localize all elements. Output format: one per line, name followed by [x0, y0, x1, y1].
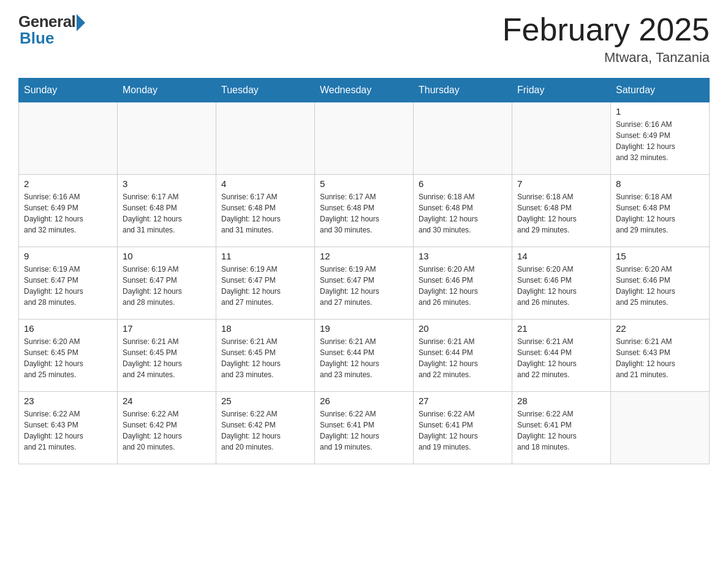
calendar-cell: 28Sunrise: 6:22 AM Sunset: 6:41 PM Dayli…	[512, 392, 611, 464]
day-number: 6	[419, 178, 507, 189]
day-number: 13	[419, 251, 507, 261]
day-number: 23	[24, 396, 112, 406]
day-info: Sunrise: 6:20 AM Sunset: 6:46 PM Dayligh…	[616, 264, 704, 308]
day-info: Sunrise: 6:21 AM Sunset: 6:44 PM Dayligh…	[517, 336, 605, 380]
day-info: Sunrise: 6:22 AM Sunset: 6:42 PM Dayligh…	[123, 408, 211, 453]
day-number: 5	[320, 178, 408, 189]
day-number: 26	[320, 396, 408, 406]
weekday-header-saturday: Saturday	[611, 79, 710, 102]
logo-arrow-icon	[77, 14, 85, 31]
day-info: Sunrise: 6:17 AM Sunset: 6:48 PM Dayligh…	[320, 191, 408, 236]
day-info: Sunrise: 6:22 AM Sunset: 6:43 PM Dayligh…	[24, 408, 112, 453]
calendar-header-row: SundayMondayTuesdayWednesdayThursdayFrid…	[19, 79, 710, 102]
day-info: Sunrise: 6:18 AM Sunset: 6:48 PM Dayligh…	[419, 191, 507, 236]
weekday-header-thursday: Thursday	[414, 79, 512, 102]
title-section: February 2025 Mtwara, Tanzania	[502, 12, 710, 66]
day-number: 2	[24, 178, 112, 189]
calendar-cell: 27Sunrise: 6:22 AM Sunset: 6:41 PM Dayli…	[414, 392, 512, 464]
calendar-week-row: 23Sunrise: 6:22 AM Sunset: 6:43 PM Dayli…	[19, 392, 710, 464]
day-number: 18	[221, 323, 309, 334]
calendar-cell: 24Sunrise: 6:22 AM Sunset: 6:42 PM Dayli…	[118, 392, 216, 464]
weekday-header-tuesday: Tuesday	[216, 79, 315, 102]
calendar-cell: 19Sunrise: 6:21 AM Sunset: 6:44 PM Dayli…	[315, 320, 414, 392]
calendar-week-row: 9Sunrise: 6:19 AM Sunset: 6:47 PM Daylig…	[19, 247, 710, 320]
day-info: Sunrise: 6:22 AM Sunset: 6:41 PM Dayligh…	[320, 408, 408, 453]
day-number: 12	[320, 251, 408, 261]
calendar-week-row: 1Sunrise: 6:16 AM Sunset: 6:49 PM Daylig…	[19, 102, 710, 175]
day-number: 4	[221, 178, 309, 189]
logo: General Blue	[18, 12, 85, 48]
day-number: 19	[320, 323, 408, 334]
weekday-header-monday: Monday	[118, 79, 216, 102]
calendar-table: SundayMondayTuesdayWednesdayThursdayFrid…	[18, 78, 710, 464]
day-number: 28	[517, 396, 605, 406]
calendar-cell	[315, 102, 414, 175]
calendar-cell: 16Sunrise: 6:20 AM Sunset: 6:45 PM Dayli…	[19, 320, 118, 392]
day-info: Sunrise: 6:21 AM Sunset: 6:45 PM Dayligh…	[221, 336, 309, 380]
page-header: General Blue February 2025 Mtwara, Tanza…	[18, 12, 710, 66]
day-number: 10	[123, 251, 211, 261]
day-number: 20	[419, 323, 507, 334]
day-info: Sunrise: 6:20 AM Sunset: 6:46 PM Dayligh…	[517, 264, 605, 308]
calendar-cell: 4Sunrise: 6:17 AM Sunset: 6:48 PM Daylig…	[216, 175, 315, 247]
calendar-cell: 3Sunrise: 6:17 AM Sunset: 6:48 PM Daylig…	[118, 175, 216, 247]
calendar-cell: 6Sunrise: 6:18 AM Sunset: 6:48 PM Daylig…	[414, 175, 512, 247]
day-number: 15	[616, 251, 704, 261]
calendar-cell	[414, 102, 512, 175]
calendar-cell: 14Sunrise: 6:20 AM Sunset: 6:46 PM Dayli…	[512, 247, 611, 320]
day-number: 27	[419, 396, 507, 406]
day-number: 11	[221, 251, 309, 261]
day-number: 8	[616, 178, 704, 189]
calendar-cell	[19, 102, 118, 175]
day-number: 22	[616, 323, 704, 334]
calendar-cell: 20Sunrise: 6:21 AM Sunset: 6:44 PM Dayli…	[414, 320, 512, 392]
day-number: 1	[616, 106, 704, 117]
day-info: Sunrise: 6:20 AM Sunset: 6:46 PM Dayligh…	[419, 264, 507, 308]
calendar-cell: 2Sunrise: 6:16 AM Sunset: 6:49 PM Daylig…	[19, 175, 118, 247]
calendar-week-row: 16Sunrise: 6:20 AM Sunset: 6:45 PM Dayli…	[19, 320, 710, 392]
calendar-cell: 15Sunrise: 6:20 AM Sunset: 6:46 PM Dayli…	[611, 247, 710, 320]
day-number: 7	[517, 178, 605, 189]
calendar-cell: 1Sunrise: 6:16 AM Sunset: 6:49 PM Daylig…	[611, 102, 710, 175]
day-number: 3	[123, 178, 211, 189]
calendar-cell: 5Sunrise: 6:17 AM Sunset: 6:48 PM Daylig…	[315, 175, 414, 247]
day-info: Sunrise: 6:21 AM Sunset: 6:43 PM Dayligh…	[616, 336, 704, 380]
month-title: February 2025	[502, 12, 710, 47]
calendar-cell	[118, 102, 216, 175]
day-number: 9	[24, 251, 112, 261]
day-number: 16	[24, 323, 112, 334]
calendar-cell	[611, 392, 710, 464]
calendar-cell: 18Sunrise: 6:21 AM Sunset: 6:45 PM Dayli…	[216, 320, 315, 392]
day-number: 24	[123, 396, 211, 406]
day-info: Sunrise: 6:17 AM Sunset: 6:48 PM Dayligh…	[221, 191, 309, 236]
calendar-cell: 11Sunrise: 6:19 AM Sunset: 6:47 PM Dayli…	[216, 247, 315, 320]
calendar-cell: 23Sunrise: 6:22 AM Sunset: 6:43 PM Dayli…	[19, 392, 118, 464]
calendar-cell: 10Sunrise: 6:19 AM Sunset: 6:47 PM Dayli…	[118, 247, 216, 320]
day-number: 17	[123, 323, 211, 334]
calendar-cell	[512, 102, 611, 175]
day-info: Sunrise: 6:22 AM Sunset: 6:42 PM Dayligh…	[221, 408, 309, 453]
calendar-cell: 7Sunrise: 6:18 AM Sunset: 6:48 PM Daylig…	[512, 175, 611, 247]
day-info: Sunrise: 6:20 AM Sunset: 6:45 PM Dayligh…	[24, 336, 112, 380]
weekday-header-friday: Friday	[512, 79, 611, 102]
calendar-week-row: 2Sunrise: 6:16 AM Sunset: 6:49 PM Daylig…	[19, 175, 710, 247]
day-number: 14	[517, 251, 605, 261]
weekday-header-sunday: Sunday	[19, 79, 118, 102]
calendar-cell: 17Sunrise: 6:21 AM Sunset: 6:45 PM Dayli…	[118, 320, 216, 392]
day-info: Sunrise: 6:16 AM Sunset: 6:49 PM Dayligh…	[616, 119, 704, 163]
calendar-cell: 25Sunrise: 6:22 AM Sunset: 6:42 PM Dayli…	[216, 392, 315, 464]
day-info: Sunrise: 6:16 AM Sunset: 6:49 PM Dayligh…	[24, 191, 112, 236]
calendar-cell	[216, 102, 315, 175]
calendar-cell: 21Sunrise: 6:21 AM Sunset: 6:44 PM Dayli…	[512, 320, 611, 392]
day-number: 25	[221, 396, 309, 406]
day-info: Sunrise: 6:21 AM Sunset: 6:44 PM Dayligh…	[320, 336, 408, 380]
location-text: Mtwara, Tanzania	[502, 50, 710, 66]
day-info: Sunrise: 6:22 AM Sunset: 6:41 PM Dayligh…	[517, 408, 605, 453]
day-info: Sunrise: 6:21 AM Sunset: 6:45 PM Dayligh…	[123, 336, 211, 380]
day-info: Sunrise: 6:17 AM Sunset: 6:48 PM Dayligh…	[123, 191, 211, 236]
day-info: Sunrise: 6:19 AM Sunset: 6:47 PM Dayligh…	[24, 264, 112, 308]
day-info: Sunrise: 6:19 AM Sunset: 6:47 PM Dayligh…	[221, 264, 309, 308]
calendar-cell: 9Sunrise: 6:19 AM Sunset: 6:47 PM Daylig…	[19, 247, 118, 320]
calendar-cell: 22Sunrise: 6:21 AM Sunset: 6:43 PM Dayli…	[611, 320, 710, 392]
day-info: Sunrise: 6:18 AM Sunset: 6:48 PM Dayligh…	[616, 191, 704, 236]
